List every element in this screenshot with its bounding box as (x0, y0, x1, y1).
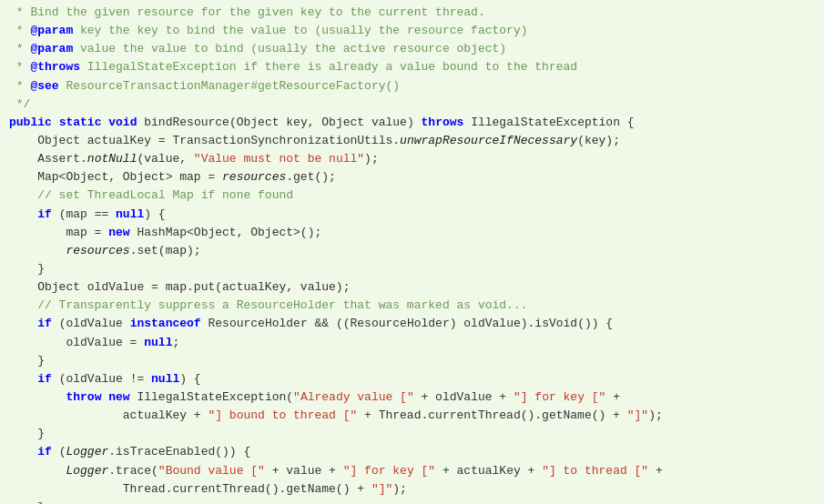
line-11: // set ThreadLocal Map if none found (9, 186, 815, 205)
line-3: * @param value the value to bind (usuall… (9, 40, 815, 58)
line-5: * @see ResourceTransactionManager#getRes… (9, 77, 815, 96)
line-10: Map<Object, Object> map = resources.get(… (9, 168, 815, 186)
line-24: } (9, 425, 815, 443)
line-20: } (9, 352, 815, 370)
line-22: throw new IllegalStateException("Already… (9, 388, 815, 407)
line-7: public static void bindResource(Object k… (9, 114, 815, 132)
line-21: if (oldValue != null) { (9, 370, 815, 388)
line-27: Thread.currentThread().getName() + "]"); (9, 480, 815, 499)
line-13: map = new HashMap<Object, Object>(); (9, 224, 815, 242)
line-18: if (oldValue instanceof ResourceHolder &… (9, 315, 815, 333)
line-9: Assert.notNull(value, "Value must not be… (9, 150, 815, 168)
code-container: * Bind the given resource for the given … (0, 0, 824, 504)
line-16: Object oldValue = map.put(actualKey, val… (9, 278, 815, 297)
line-8: Object actualKey = TransactionSynchroniz… (9, 132, 815, 150)
line-1: * Bind the given resource for the given … (9, 4, 815, 22)
line-28: } (9, 499, 815, 504)
line-2: * @param key the key to bind the value t… (9, 22, 815, 40)
line-17: // Transparently suppress a ResourceHold… (9, 297, 815, 315)
line-12: if (map == null) { (9, 206, 815, 224)
line-26: Logger.trace("Bound value [" + value + "… (9, 462, 815, 480)
line-4: * @throws IllegalStateException if there… (9, 58, 815, 76)
line-6: */ (9, 96, 815, 114)
line-14: resources.set(map); (9, 242, 815, 260)
line-19: oldValue = null; (9, 334, 815, 352)
line-23: actualKey + "] bound to thread [" + Thre… (9, 407, 815, 425)
line-15: } (9, 260, 815, 278)
line-25: if (Logger.isTraceEnabled()) { (9, 443, 815, 461)
